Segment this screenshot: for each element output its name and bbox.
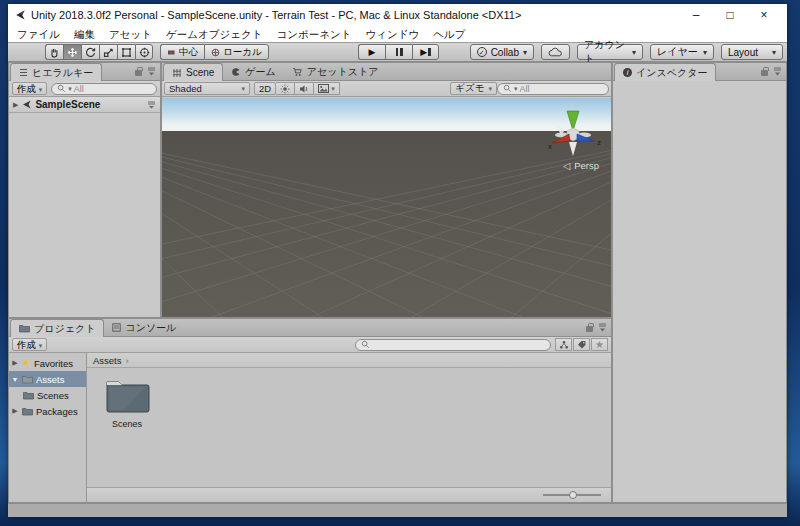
project-files-area[interactable]: Scenes xyxy=(87,368,611,487)
menu-edit[interactable]: 編集 xyxy=(67,26,102,42)
space-toggle-label: ローカル xyxy=(223,46,262,59)
disclosure-icon[interactable]: ▶ xyxy=(13,101,18,109)
project-create-button[interactable]: 作成 ▾ xyxy=(12,338,47,351)
menu-window[interactable]: ウィンドウ xyxy=(358,26,426,42)
tab-console[interactable]: コンソール xyxy=(104,319,184,336)
chevron-down-icon: ▾ xyxy=(488,85,492,93)
axis-negative-y-cone[interactable] xyxy=(569,142,577,156)
disclosure-icon[interactable]: ▼ xyxy=(11,376,19,383)
audio-toggle-button[interactable] xyxy=(295,82,314,95)
menu-component[interactable]: コンポーネント xyxy=(269,26,358,42)
cloud-icon xyxy=(548,47,563,57)
tab-hierarchy[interactable]: ヒエラルキー xyxy=(10,63,102,81)
hierarchy-panel-corner xyxy=(135,67,156,76)
asset-tile-scenes[interactable]: Scenes xyxy=(95,374,159,429)
lighting-toggle-button[interactable] xyxy=(276,82,295,95)
status-bar xyxy=(8,503,787,517)
cloud-services-button[interactable] xyxy=(541,44,570,60)
play-button[interactable]: ▶ xyxy=(358,44,385,60)
draw-mode-dropdown[interactable]: Shaded ▾ xyxy=(164,82,250,95)
inspector-body[interactable] xyxy=(613,81,786,502)
hierarchy-scene-row[interactable]: ▶ SampleScene xyxy=(9,97,160,113)
tab-scene[interactable]: Scene xyxy=(163,63,223,81)
step-icon: ▶ xyxy=(420,47,427,57)
2d-toggle-button[interactable]: 2D xyxy=(254,82,276,95)
chevron-down-icon: ▾ xyxy=(331,85,335,93)
maximize-button[interactable]: □ xyxy=(713,5,747,25)
rotate-tool-button[interactable] xyxy=(81,44,99,60)
tree-item-scenes[interactable]: Scenes xyxy=(9,387,86,403)
slider-thumb[interactable] xyxy=(569,491,577,499)
favorite-search-button[interactable]: ★ xyxy=(591,338,608,351)
menu-help[interactable]: ヘルプ xyxy=(426,26,472,42)
axis-y-label: y xyxy=(570,100,574,109)
tree-item-favorites[interactable]: ▶ ★ Favorites xyxy=(9,355,86,371)
panel-menu-icon[interactable] xyxy=(773,67,782,76)
space-toggle-button[interactable]: ローカル xyxy=(204,44,269,60)
move-tool-button[interactable] xyxy=(63,44,81,60)
hand-tool-button[interactable] xyxy=(45,44,63,60)
scene-search-input[interactable]: ▾ All xyxy=(497,83,609,95)
tab-project[interactable]: プロジェクト xyxy=(10,319,104,337)
lock-icon[interactable] xyxy=(586,326,593,332)
tree-item-packages[interactable]: ▶ Packages xyxy=(9,403,86,419)
tab-game[interactable]: ゲーム xyxy=(223,63,283,80)
close-button[interactable]: × xyxy=(747,5,781,25)
disclosure-icon[interactable]: ▶ xyxy=(11,407,19,415)
search-icon xyxy=(57,84,66,93)
project-search-input[interactable] xyxy=(355,339,551,351)
gizmos-dropdown[interactable]: ギズモ ▾ xyxy=(450,82,497,95)
thumbnail-zoom-slider[interactable] xyxy=(543,494,601,496)
hierarchy-search-input[interactable]: ▾ All xyxy=(51,83,157,95)
title-bar[interactable]: Unity 2018.3.0f2 Personal - SampleScene.… xyxy=(8,4,787,26)
lock-icon[interactable] xyxy=(135,70,142,76)
asset-tile-label: Scenes xyxy=(95,419,159,429)
search-by-label-button[interactable] xyxy=(573,338,590,351)
chevron-down-icon: ▾ xyxy=(772,48,776,57)
star-icon: ★ xyxy=(595,340,604,350)
pivot-toggle-label: 中心 xyxy=(179,46,198,59)
rect-tool-button[interactable] xyxy=(117,44,135,60)
scene-row-menu-icon[interactable] xyxy=(147,100,156,109)
hierarchy-create-button[interactable]: 作成 ▾ xyxy=(12,82,47,95)
tab-inspector[interactable]: i インスペクター xyxy=(614,63,716,81)
inspector-panel: i インスペクター xyxy=(612,62,787,503)
scale-tool-button[interactable] xyxy=(99,44,117,60)
lock-icon[interactable] xyxy=(761,70,768,76)
orientation-gizmo[interactable]: y x z xyxy=(541,98,605,162)
panel-menu-icon[interactable] xyxy=(598,323,607,332)
tab-asset-store[interactable]: アセットストア xyxy=(284,63,387,80)
breadcrumb-separator-icon: › xyxy=(126,355,129,366)
scale-icon xyxy=(103,47,114,58)
scene-grid-icon xyxy=(172,68,182,78)
menu-assets[interactable]: アセット xyxy=(102,26,159,42)
menu-gameobject[interactable]: ゲームオブジェクト xyxy=(159,26,269,42)
pivot-center-icon xyxy=(167,48,176,57)
account-dropdown[interactable]: アカウント ▾ xyxy=(577,44,643,60)
tree-item-assets[interactable]: ▼ Assets xyxy=(9,371,86,387)
disclosure-icon[interactable]: ▶ xyxy=(11,359,19,367)
perspective-mode-label[interactable]: ◁ Persp xyxy=(563,160,599,171)
minimize-button[interactable]: – xyxy=(679,5,713,25)
search-by-type-button[interactable] xyxy=(555,338,572,351)
breadcrumb-assets[interactable]: Assets xyxy=(93,355,122,366)
menu-file[interactable]: ファイル xyxy=(10,26,67,42)
window-title: Unity 2018.3.0f2 Personal - SampleScene.… xyxy=(31,9,679,21)
pivot-toggle-button[interactable]: 中心 xyxy=(160,44,204,60)
hierarchy-body[interactable] xyxy=(9,113,160,317)
layout-dropdown[interactable]: Layout ▾ xyxy=(721,44,783,60)
collab-dropdown[interactable]: ✓ Collab ▾ xyxy=(470,44,534,60)
scene-canvas[interactable]: y x z ◁ Persp xyxy=(162,98,611,317)
breadcrumb[interactable]: Assets › xyxy=(87,353,611,368)
project-tree: ▶ ★ Favorites ▼ Assets xyxy=(9,353,87,502)
chevron-down-icon: ▾ xyxy=(39,86,43,93)
step-button[interactable]: ▶ xyxy=(412,44,439,60)
transform-combined-tool-button[interactable] xyxy=(135,44,153,60)
effects-dropdown-button[interactable]: ▾ xyxy=(314,82,340,95)
project-body: ▶ ★ Favorites ▼ Assets xyxy=(9,353,611,502)
pause-button[interactable] xyxy=(385,44,412,60)
layers-dropdown[interactable]: レイヤー ▾ xyxy=(650,44,714,60)
hierarchy-toolbar: 作成 ▾ ▾ All xyxy=(9,81,160,97)
collab-check-icon: ✓ xyxy=(477,47,487,57)
panel-menu-icon[interactable] xyxy=(147,67,156,76)
